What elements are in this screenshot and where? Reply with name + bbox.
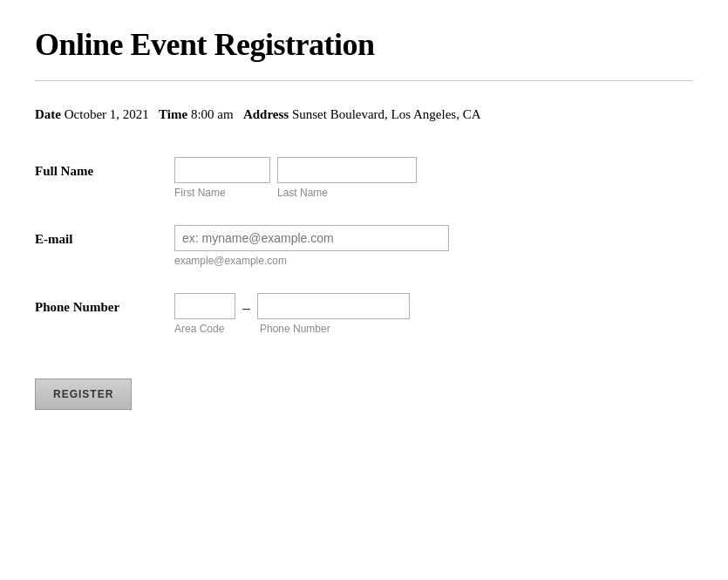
phone-number-input[interactable] xyxy=(257,293,410,319)
email-hint: example@example.com xyxy=(174,255,449,267)
email-label: E-mail xyxy=(35,225,174,247)
email-fields: example@example.com xyxy=(174,225,449,267)
address-value: Sunset Boulevard, Los Angeles, CA xyxy=(292,107,481,121)
time-value: 8:00 am xyxy=(191,107,234,121)
last-name-input[interactable] xyxy=(277,157,417,183)
area-code-hint: Area Code xyxy=(174,323,235,335)
phone-separator: – xyxy=(242,296,250,317)
email-input[interactable] xyxy=(174,225,449,251)
register-button[interactable]: Register xyxy=(35,379,132,410)
event-info: Date October 1, 2021 Time 8:00 am Addres… xyxy=(35,107,693,122)
first-name-input[interactable] xyxy=(174,157,270,183)
time-label: Time xyxy=(159,107,187,121)
address-label: Address xyxy=(243,107,289,121)
phone-number-hint: Phone Number xyxy=(260,323,330,335)
date-label: Date xyxy=(35,107,61,121)
first-name-hint: First Name xyxy=(174,187,270,199)
phone-label: Phone Number xyxy=(35,293,174,315)
last-name-hint: Last Name xyxy=(277,187,417,199)
full-name-row: Full Name First Name Last Name xyxy=(35,157,693,199)
page-title: Online Event Registration xyxy=(35,26,693,63)
register-row: Register xyxy=(35,361,693,410)
full-name-fields: First Name Last Name xyxy=(174,157,417,199)
phone-fields: – Area Code Phone Number xyxy=(174,293,410,335)
phone-row: Phone Number – Area Code Phone Number xyxy=(35,293,693,335)
divider xyxy=(35,80,693,81)
area-code-input[interactable] xyxy=(174,293,235,319)
email-row: E-mail example@example.com xyxy=(35,225,693,267)
full-name-label: Full Name xyxy=(35,157,174,179)
registration-form: Full Name First Name Last Name E-mail ex… xyxy=(35,157,693,410)
date-value: October 1, 2021 xyxy=(65,107,149,121)
